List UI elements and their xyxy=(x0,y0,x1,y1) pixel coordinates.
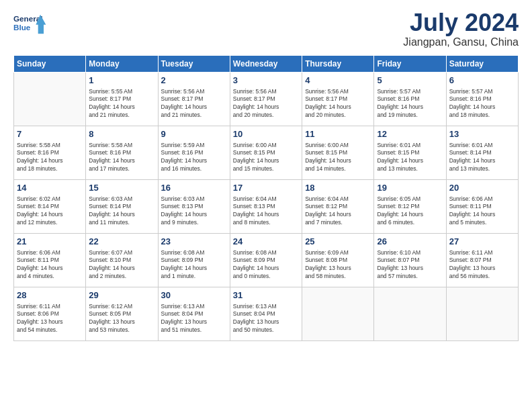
day-number: 13 xyxy=(449,128,515,140)
calendar-cell: 9Sunrise: 5:59 AM Sunset: 8:16 PM Daylig… xyxy=(158,126,230,180)
day-number: 4 xyxy=(305,75,371,87)
day-number: 31 xyxy=(233,289,299,302)
day-info: Sunrise: 5:55 AM Sunset: 8:17 PM Dayligh… xyxy=(89,88,154,120)
day-info: Sunrise: 6:05 AM Sunset: 8:12 PM Dayligh… xyxy=(377,195,443,228)
calendar-cell: 14Sunrise: 6:02 AM Sunset: 8:14 PM Dayli… xyxy=(14,180,86,234)
svg-text:Blue: Blue xyxy=(13,23,31,32)
calendar-cell: 30Sunrise: 6:13 AM Sunset: 8:04 PM Dayli… xyxy=(158,287,230,341)
day-number: 27 xyxy=(449,236,515,248)
day-number: 9 xyxy=(161,128,227,140)
calendar-cell xyxy=(446,287,518,341)
weekday-header-wednesday: Wednesday xyxy=(230,56,302,73)
day-number: 15 xyxy=(89,182,154,194)
day-number: 16 xyxy=(161,182,227,194)
day-info: Sunrise: 6:02 AM Sunset: 8:14 PM Dayligh… xyxy=(17,195,83,228)
calendar-cell: 4Sunrise: 5:56 AM Sunset: 8:17 PM Daylig… xyxy=(302,73,374,126)
day-info: Sunrise: 5:56 AM Sunset: 8:17 PM Dayligh… xyxy=(233,88,299,120)
day-info: Sunrise: 6:06 AM Sunset: 8:11 PM Dayligh… xyxy=(17,249,83,281)
weekday-header-saturday: Saturday xyxy=(446,56,518,73)
calendar-table: SundayMondayTuesdayWednesdayThursdayFrid… xyxy=(13,55,519,341)
day-info: Sunrise: 5:56 AM Sunset: 8:17 PM Dayligh… xyxy=(305,88,371,120)
day-info: Sunrise: 6:13 AM Sunset: 8:04 PM Dayligh… xyxy=(161,303,227,335)
day-number: 12 xyxy=(377,128,443,140)
day-info: Sunrise: 5:58 AM Sunset: 8:16 PM Dayligh… xyxy=(17,142,83,174)
day-number: 24 xyxy=(233,236,299,248)
calendar-cell: 27Sunrise: 6:11 AM Sunset: 8:07 PM Dayli… xyxy=(446,234,518,287)
day-number: 14 xyxy=(17,182,83,194)
calendar-cell: 11Sunrise: 6:00 AM Sunset: 8:15 PM Dayli… xyxy=(302,126,374,180)
calendar-cell: 31Sunrise: 6:13 AM Sunset: 8:04 PM Dayli… xyxy=(230,287,302,341)
weekday-header-thursday: Thursday xyxy=(302,56,374,73)
weekday-header-monday: Monday xyxy=(86,56,158,73)
weekday-header-tuesday: Tuesday xyxy=(158,56,230,73)
day-number: 5 xyxy=(377,75,443,87)
calendar-cell: 20Sunrise: 6:06 AM Sunset: 8:11 PM Dayli… xyxy=(446,180,518,234)
day-info: Sunrise: 6:03 AM Sunset: 8:13 PM Dayligh… xyxy=(161,195,227,228)
calendar-cell: 25Sunrise: 6:09 AM Sunset: 8:08 PM Dayli… xyxy=(302,234,374,287)
day-info: Sunrise: 6:11 AM Sunset: 8:06 PM Dayligh… xyxy=(17,303,83,335)
calendar-cell: 3Sunrise: 5:56 AM Sunset: 8:17 PM Daylig… xyxy=(230,73,302,126)
day-info: Sunrise: 6:08 AM Sunset: 8:09 PM Dayligh… xyxy=(233,249,299,281)
day-number: 29 xyxy=(89,289,154,302)
day-info: Sunrise: 6:00 AM Sunset: 8:15 PM Dayligh… xyxy=(233,142,299,174)
day-info: Sunrise: 5:58 AM Sunset: 8:16 PM Dayligh… xyxy=(89,142,154,174)
day-info: Sunrise: 6:11 AM Sunset: 8:07 PM Dayligh… xyxy=(449,249,515,281)
day-info: Sunrise: 6:06 AM Sunset: 8:11 PM Dayligh… xyxy=(449,195,515,228)
calendar-cell: 19Sunrise: 6:05 AM Sunset: 8:12 PM Dayli… xyxy=(374,180,446,234)
day-info: Sunrise: 5:57 AM Sunset: 8:16 PM Dayligh… xyxy=(449,88,515,120)
day-number: 25 xyxy=(305,236,371,248)
calendar-cell: 6Sunrise: 5:57 AM Sunset: 8:16 PM Daylig… xyxy=(446,73,518,126)
day-number: 11 xyxy=(305,128,371,140)
day-number: 20 xyxy=(449,182,515,194)
day-number: 19 xyxy=(377,182,443,194)
calendar-cell: 17Sunrise: 6:04 AM Sunset: 8:13 PM Dayli… xyxy=(230,180,302,234)
day-number: 22 xyxy=(89,236,154,248)
calendar-cell: 1Sunrise: 5:55 AM Sunset: 8:17 PM Daylig… xyxy=(86,73,158,126)
day-number: 26 xyxy=(377,236,443,248)
day-info: Sunrise: 5:57 AM Sunset: 8:16 PM Dayligh… xyxy=(377,88,443,120)
calendar-cell: 26Sunrise: 6:10 AM Sunset: 8:07 PM Dayli… xyxy=(374,234,446,287)
calendar-cell xyxy=(14,73,86,126)
day-info: Sunrise: 5:59 AM Sunset: 8:16 PM Dayligh… xyxy=(161,142,227,174)
day-number: 21 xyxy=(17,236,83,248)
calendar-cell: 21Sunrise: 6:06 AM Sunset: 8:11 PM Dayli… xyxy=(14,234,86,287)
day-number: 2 xyxy=(161,75,227,87)
calendar-cell: 23Sunrise: 6:08 AM Sunset: 8:09 PM Dayli… xyxy=(158,234,230,287)
calendar-cell: 13Sunrise: 6:01 AM Sunset: 8:14 PM Dayli… xyxy=(446,126,518,180)
day-info: Sunrise: 6:09 AM Sunset: 8:08 PM Dayligh… xyxy=(305,249,371,281)
day-number: 10 xyxy=(233,128,299,140)
calendar-cell: 10Sunrise: 6:00 AM Sunset: 8:15 PM Dayli… xyxy=(230,126,302,180)
calendar-cell: 22Sunrise: 6:07 AM Sunset: 8:10 PM Dayli… xyxy=(86,234,158,287)
calendar-cell: 8Sunrise: 5:58 AM Sunset: 8:16 PM Daylig… xyxy=(86,126,158,180)
day-info: Sunrise: 6:04 AM Sunset: 8:12 PM Dayligh… xyxy=(305,195,371,228)
weekday-header-sunday: Sunday xyxy=(14,56,86,73)
day-number: 17 xyxy=(233,182,299,194)
day-info: Sunrise: 6:03 AM Sunset: 8:14 PM Dayligh… xyxy=(89,195,154,228)
calendar-cell: 16Sunrise: 6:03 AM Sunset: 8:13 PM Dayli… xyxy=(158,180,230,234)
day-number: 30 xyxy=(161,289,227,302)
day-info: Sunrise: 6:01 AM Sunset: 8:15 PM Dayligh… xyxy=(377,142,443,174)
day-number: 18 xyxy=(305,182,371,194)
day-number: 1 xyxy=(89,75,154,87)
day-info: Sunrise: 6:13 AM Sunset: 8:04 PM Dayligh… xyxy=(233,303,299,335)
day-info: Sunrise: 6:04 AM Sunset: 8:13 PM Dayligh… xyxy=(233,195,299,228)
day-info: Sunrise: 6:12 AM Sunset: 8:05 PM Dayligh… xyxy=(89,303,154,335)
calendar-cell: 28Sunrise: 6:11 AM Sunset: 8:06 PM Dayli… xyxy=(14,287,86,341)
day-info: Sunrise: 5:56 AM Sunset: 8:17 PM Dayligh… xyxy=(161,88,227,120)
calendar-cell: 2Sunrise: 5:56 AM Sunset: 8:17 PM Daylig… xyxy=(158,73,230,126)
day-info: Sunrise: 6:08 AM Sunset: 8:09 PM Dayligh… xyxy=(161,249,227,281)
day-number: 3 xyxy=(233,75,299,87)
day-number: 23 xyxy=(161,236,227,248)
calendar-cell: 18Sunrise: 6:04 AM Sunset: 8:12 PM Dayli… xyxy=(302,180,374,234)
day-number: 8 xyxy=(89,128,154,140)
calendar-cell: 29Sunrise: 6:12 AM Sunset: 8:05 PM Dayli… xyxy=(86,287,158,341)
day-number: 7 xyxy=(17,128,83,140)
calendar-cell: 12Sunrise: 6:01 AM Sunset: 8:15 PM Dayli… xyxy=(374,126,446,180)
day-info: Sunrise: 6:07 AM Sunset: 8:10 PM Dayligh… xyxy=(89,249,154,281)
calendar-cell: 5Sunrise: 5:57 AM Sunset: 8:16 PM Daylig… xyxy=(374,73,446,126)
day-info: Sunrise: 6:01 AM Sunset: 8:14 PM Dayligh… xyxy=(449,142,515,174)
calendar-cell xyxy=(374,287,446,341)
general-blue-logo: General Blue xyxy=(13,11,47,38)
calendar-cell: 7Sunrise: 5:58 AM Sunset: 8:16 PM Daylig… xyxy=(14,126,86,180)
weekday-header-friday: Friday xyxy=(374,56,446,73)
